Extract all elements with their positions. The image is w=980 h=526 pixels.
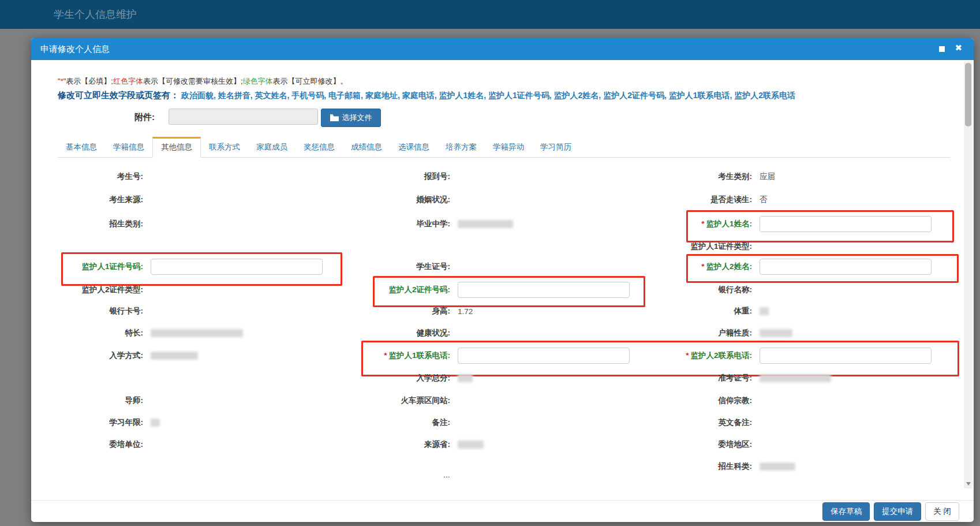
- close-icon[interactable]: ✖: [955, 43, 962, 52]
- field-label: *监护人2联系电话:: [631, 350, 752, 361]
- field-baodaohao: 报到号:: [354, 168, 458, 185]
- field-label: 英文备注:: [631, 417, 752, 428]
- field-zhaoshengleibie: 招生类别:: [58, 215, 151, 233]
- modal-footer: 保存草稿 提交申请 关 闭: [31, 500, 974, 522]
- field-label: 婚姻状况:: [354, 195, 450, 205]
- jianhuren1xingming-input[interactable]: [760, 216, 932, 232]
- field-shengao: 身高: 1.72: [354, 303, 473, 320]
- legend-line2-prefix: 修改可立即生效字段或页签有：: [58, 90, 179, 100]
- tab-xuexi-jianli[interactable]: 学习简历: [532, 137, 579, 157]
- legend-green-text: 绿色字体: [243, 77, 273, 85]
- field-zhaoshengkelei: 招生科类:: [631, 458, 795, 475]
- tab-xueji-yidong[interactable]: 学籍异动: [485, 137, 532, 157]
- tab-xuanke-xinxi[interactable]: 选课信息: [390, 137, 437, 157]
- field-label: 学习年限:: [58, 417, 143, 428]
- jianhuren2zhengjianhaoma-input[interactable]: [458, 282, 630, 298]
- field-label: 是否走读生:: [631, 195, 752, 205]
- field-label: 考生号:: [58, 171, 143, 182]
- field-label: 学生证号:: [354, 262, 450, 272]
- jianhuren1zhengjianhaoma-input[interactable]: [151, 259, 323, 275]
- close-button[interactable]: 关 闭: [925, 502, 959, 521]
- jianhuren2xingming-input[interactable]: [760, 259, 932, 275]
- redacted-value: [458, 374, 473, 382]
- redacted-value: [151, 352, 198, 360]
- scrollbar-thumb[interactable]: [965, 63, 971, 126]
- field-label: 毕业中学:: [354, 219, 450, 229]
- field-weipeidanwei: 委培单位:: [58, 436, 151, 453]
- field-zhunkaozhenghao: 准考证号:: [631, 370, 831, 387]
- field-laiyuansheng: 来源省:: [354, 436, 484, 453]
- tab-jiben-xinxi[interactable]: 基本信息: [58, 137, 105, 157]
- tab-qita-xinxi[interactable]: 其他信息: [152, 137, 201, 158]
- field-yinhangmingcheng: 银行名称:: [631, 281, 760, 299]
- chevron-down-icon: [966, 482, 971, 486]
- field-label: 考生来源:: [58, 195, 143, 205]
- legend-line1: "*"表示【必填】;红色字体表示【可修改需要审核生效】;绿色字体表示【可立即修改…: [58, 76, 348, 87]
- folder-icon: [330, 114, 339, 121]
- legend-part3: 表示【可立即修改】。: [273, 77, 348, 85]
- restore-icon[interactable]: [939, 46, 945, 52]
- app-header: 学生个人信息维护: [0, 0, 980, 29]
- field-label-text: 监护人2联系电话:: [690, 351, 752, 360]
- submit-application-button[interactable]: 提交申请: [874, 502, 921, 521]
- field-label-text: 监护人1联系电话:: [388, 351, 450, 360]
- tab-jiating-chengyuan[interactable]: 家庭成员: [248, 137, 296, 157]
- field-label: 银行卡号:: [58, 306, 143, 316]
- field-label: 特长:: [58, 328, 143, 338]
- tab-chengji-xinxi[interactable]: 成绩信息: [343, 137, 390, 157]
- required-marker: *: [701, 219, 704, 228]
- field-label: *监护人1姓名:: [631, 219, 752, 229]
- modal-dialog: 申请修改个人信息 ✖ "*"表示【必填】;红色字体表示【可修改需要审核生效】;绿…: [31, 38, 974, 522]
- field-jianhuren1lianxidianhua: *监护人1联系电话:: [354, 347, 630, 364]
- field-huochepiaoqujianzhan: 火车票区间站:: [354, 392, 458, 409]
- field-label: 报到号:: [354, 171, 450, 182]
- field-label: 银行名称:: [631, 285, 752, 295]
- tab-jiangcheng-xinxi[interactable]: 奖惩信息: [296, 137, 343, 157]
- field-value: 1.72: [458, 307, 473, 316]
- redacted-value: [760, 462, 795, 471]
- field-label: 体重:: [631, 306, 752, 316]
- tab-lianxi-fangshi[interactable]: 联系方式: [201, 137, 248, 157]
- field-label: 户籍性质:: [631, 328, 752, 338]
- field-jianhuren2lianxidianhua: *监护人2联系电话:: [631, 347, 932, 364]
- field-ruxuefangshi: 入学方式:: [58, 347, 198, 364]
- field-label: 入学总分:: [354, 373, 450, 383]
- field-xueshengzhenghao: 学生证号:: [354, 258, 458, 275]
- save-draft-button[interactable]: 保存草稿: [822, 502, 870, 521]
- field-jianhuren1xingming: *监护人1姓名:: [631, 215, 932, 233]
- field-label: 准考证号:: [631, 373, 752, 383]
- legend-part1: "表示【必填】;: [63, 77, 113, 85]
- field-label: 来源省:: [354, 439, 450, 450]
- field-kaoshenghao: 考生号:: [58, 168, 151, 185]
- modal-title: 申请修改个人信息: [40, 44, 110, 55]
- tab-xueji-xinxi[interactable]: 学籍信息: [105, 137, 152, 157]
- legend-line2: 修改可立即生效字段或页签有：政治面貌, 姓名拼音, 英文姓名, 手机号码, 电子…: [58, 90, 795, 101]
- field-label: 招生科类:: [631, 461, 752, 472]
- attachment-label: 附件:: [58, 112, 155, 123]
- required-marker: *: [384, 351, 387, 360]
- field-jianhuren1zhengjianhaoma: 监护人1证件号码:: [58, 258, 323, 275]
- field-value: 应届: [760, 171, 775, 182]
- redacted-value: [151, 329, 243, 337]
- field-label: 导师:: [58, 396, 143, 406]
- tab-peiyang-fangan[interactable]: 培养方案: [437, 137, 485, 157]
- field-jiankangzhuangkuang: 健康状况:: [354, 324, 458, 342]
- field-jianhuren2zhengjianhaoma: 监护人2证件号码:: [354, 281, 630, 299]
- field-shifouzudusheng: 是否走读生: 否: [631, 191, 768, 208]
- field-label: 健康状况:: [354, 328, 450, 338]
- jianhuren1lianxidianhua-input[interactable]: [458, 348, 630, 364]
- field-kaoshenglaiyuan: 考生来源:: [58, 191, 151, 208]
- choose-file-button[interactable]: 选择文件: [321, 109, 381, 127]
- field-jianhuren1zhengjianleixing: 监护人1证件类型:: [631, 238, 760, 255]
- field-label: 火车票区间站:: [354, 396, 450, 406]
- scroll-down-button[interactable]: [964, 479, 972, 488]
- field-label: *监护人1联系电话:: [354, 350, 450, 361]
- redacted-value: [760, 374, 831, 382]
- required-marker: *: [686, 351, 689, 360]
- scrollbar[interactable]: [964, 61, 972, 488]
- jianhuren2lianxidianhua-input[interactable]: [760, 348, 932, 364]
- field-label: 委培地区:: [631, 439, 752, 450]
- field-label: 考生类别:: [631, 171, 752, 182]
- attachment-input[interactable]: [169, 109, 318, 125]
- field-ruxuezongfen: 入学总分:: [354, 370, 473, 387]
